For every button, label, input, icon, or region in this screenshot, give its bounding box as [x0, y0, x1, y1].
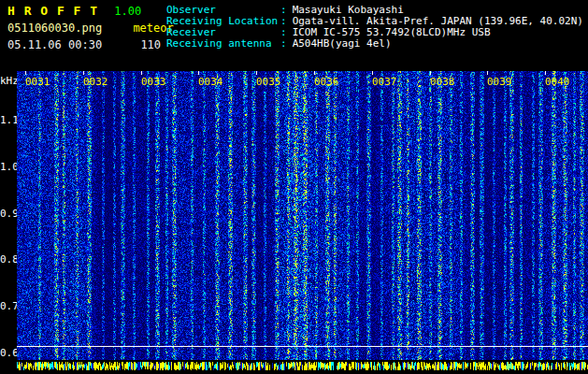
- info-row-antenna: Receiving antenna : A504HB(yagi 4el): [166, 38, 583, 50]
- time-tick-label: 0039: [487, 76, 512, 88]
- id-block: H R O F F T 1.00 0511060030.png meteor 0…: [7, 5, 174, 55]
- time-tick-label: 0031: [25, 76, 50, 88]
- freq-tick-label: 0.6: [0, 347, 16, 359]
- datetime-row: 05.11.06 00:30 110: [7, 38, 174, 55]
- freq-tick-label: 1.0: [0, 161, 16, 173]
- time-tick-label: 0034: [198, 76, 223, 88]
- info-value: A504HB(yagi 4el): [293, 38, 392, 50]
- info-label: Receiving antenna: [166, 38, 280, 50]
- freq-tick-label: 0.8: [0, 253, 16, 266]
- freq-tick-label: 0.9: [0, 208, 16, 220]
- observer-info-block: Observer : Masayuki Kobayashi Receiving …: [166, 5, 583, 50]
- record-datetime: 05.11.06 00:30: [7, 38, 102, 51]
- time-tick-label: 0037: [372, 76, 397, 88]
- freq-axis-unit: kHz: [0, 75, 16, 87]
- app-title: H R O F F T: [7, 4, 98, 18]
- info-colon: :: [280, 38, 287, 50]
- filename-row: 0511060030.png meteor: [7, 22, 174, 38]
- time-tick-label: 0035: [256, 76, 281, 88]
- time-tick-label: 0038: [430, 76, 455, 88]
- time-tick-label: 0033: [141, 76, 166, 88]
- hrofft-output-window: H R O F F T 1.00 0511060030.png meteor 0…: [0, 0, 588, 374]
- spectrogram-canvas: [17, 71, 588, 370]
- count-value: 110: [140, 38, 161, 51]
- app-version: 1.00: [114, 5, 141, 18]
- freq-tick-label: 0.7: [0, 300, 16, 312]
- title-row: H R O F F T 1.00: [7, 5, 174, 22]
- time-tick-label: 0032: [83, 76, 108, 88]
- freq-tick-label: 1.1: [0, 114, 16, 126]
- time-tick-label: 0036: [314, 76, 339, 88]
- time-tick-label: 0040: [545, 76, 570, 88]
- output-filename: 0511060030.png: [7, 22, 102, 35]
